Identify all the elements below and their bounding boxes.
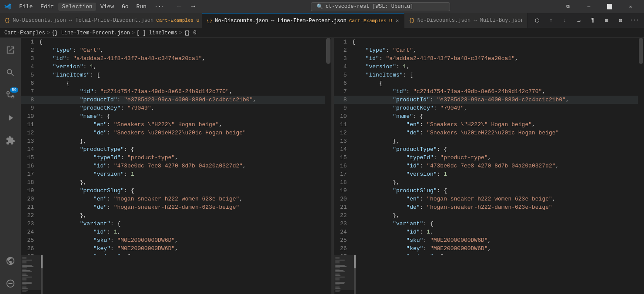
right-scrollbar-thumb[interactable] <box>639 38 643 64</box>
menu-go[interactable]: Go <box>118 3 132 11</box>
code-line-15[interactable]: 15 "typeId": "product-type", <box>334 154 644 162</box>
code-line-15[interactable]: 15 "typeId": "product-type", <box>21 154 331 162</box>
code-line-22[interactable]: 22 }, <box>21 211 331 220</box>
line-content-10[interactable]: "name": { <box>352 112 644 120</box>
code-line-14[interactable]: 14 "productType": { <box>334 145 644 154</box>
line-content-17[interactable]: "version": 1 <box>352 170 644 178</box>
left-scrollbar-thumb[interactable] <box>326 38 330 64</box>
code-line-14[interactable]: 14 "productType": { <box>21 145 331 154</box>
code-line-16[interactable]: 16 "id": "473be0dc-7ee8-4270-8d7b-04a20a… <box>334 162 644 170</box>
code-line-13[interactable]: 13 }, <box>21 137 331 145</box>
line-content-15[interactable]: "typeId": "product-type", <box>39 154 331 162</box>
editor-para-btn[interactable]: ¶ <box>587 14 599 27</box>
code-line-6[interactable]: 6 { <box>334 79 644 87</box>
editor-down-btn[interactable]: ↓ <box>559 14 571 27</box>
breadcrumb-cart-examples[interactable]: Cart-Examples <box>4 30 45 36</box>
line-content-20[interactable]: "en": "hogan-sneaker-h222-women-623e-bei… <box>352 195 644 203</box>
line-content-14[interactable]: "productType": { <box>352 145 644 154</box>
line-content-8[interactable]: "productId": "e3785d23-99ca-4000-880d-c2… <box>352 96 644 104</box>
code-line-9[interactable]: 9 "productKey": "79049", <box>21 104 331 112</box>
code-line-16[interactable]: 16 "id": "473be0dc-7ee8-4270-8d7b-04a20a… <box>21 162 331 170</box>
menu-run[interactable]: Run <box>133 3 150 11</box>
code-line-5[interactable]: 5 "lineItems": [ <box>21 71 331 79</box>
code-line-9[interactable]: 9 "productKey": "79049", <box>334 104 644 112</box>
menu-view[interactable]: View <box>97 3 117 11</box>
line-content-23[interactable]: "variant": { <box>352 220 644 228</box>
code-line-26[interactable]: 26 "key": "M0E20000000DW6D", <box>21 244 331 253</box>
code-line-19[interactable]: 19 "productSlug": { <box>334 187 644 195</box>
code-line-12[interactable]: 12 "de": "Sneakers \u201eH222\u201c Hoga… <box>21 129 331 137</box>
line-content-26[interactable]: "key": "M0E20000000DW6D", <box>352 244 644 253</box>
line-content-5[interactable]: "lineItems": [ <box>39 71 331 79</box>
code-line-4[interactable]: 4 "version": 1, <box>21 63 331 71</box>
maximize-button[interactable]: ⬜ <box>600 0 620 13</box>
code-line-24[interactable]: 24 "id": 1, <box>21 228 331 236</box>
title-search-box[interactable]: 🔍 ct-vscode-rest [WSL: Ubuntu] <box>311 2 450 11</box>
line-content-18[interactable]: }, <box>352 178 644 187</box>
menu-edit[interactable]: Edit <box>37 3 57 11</box>
menu-selection[interactable]: Selection <box>58 3 96 11</box>
code-line-3[interactable]: 3 "id": "a4addaa2-41f8-43f7-ba48-c3474ea… <box>21 54 331 63</box>
line-content-13[interactable]: }, <box>352 137 644 145</box>
line-content-11[interactable]: "en": "Sneakers \"H222\" Hogan beige", <box>39 120 331 129</box>
line-content-7[interactable]: "id": "c271d754-71aa-49db-8e66-24b9d142c… <box>39 87 331 96</box>
line-content-19[interactable]: "productSlug": { <box>39 187 331 195</box>
left-code-editor[interactable]: 1{2 "type": "Cart",3 "id": "a4addaa2-41f… <box>21 38 331 255</box>
code-line-25[interactable]: 25 "sku": "M0E20000000DW6D", <box>21 236 331 244</box>
line-content-7[interactable]: "id": "c271d754-71aa-49db-8e66-24b9d142c… <box>352 87 644 96</box>
tab-no-discounts-multi-buy[interactable]: {} No-Discounts.json ↔ Multi-Buy.jsor <box>404 13 527 28</box>
code-line-19[interactable]: 19 "productSlug": { <box>21 187 331 195</box>
code-line-18[interactable]: 18 }, <box>334 178 644 187</box>
line-content-25[interactable]: "sku": "M0E20000000DW6D", <box>352 236 644 244</box>
code-line-5[interactable]: 5 "lineItems": [ <box>334 71 644 79</box>
close-button[interactable]: ✕ <box>621 0 641 13</box>
line-content-25[interactable]: "sku": "M0E20000000DW6D", <box>39 236 331 244</box>
code-line-13[interactable]: 13 }, <box>334 137 644 145</box>
menu-more[interactable]: ··· <box>151 3 168 11</box>
left-minimap-scrollbar[interactable] <box>41 255 43 294</box>
line-content-23[interactable]: "variant": { <box>39 220 331 228</box>
nav-back-button[interactable]: ← <box>173 0 185 13</box>
right-minimap-thumb[interactable] <box>354 255 356 268</box>
code-line-21[interactable]: 21 "de": "hogan-sneaker-h222-damen-623e-… <box>334 203 644 211</box>
line-content-20[interactable]: "en": "hogan-sneaker-h222-women-623e-bei… <box>39 195 331 203</box>
menu-file[interactable]: File <box>16 3 36 11</box>
code-line-2[interactable]: 2 "type": "Cart", <box>334 46 644 54</box>
line-content-16[interactable]: "id": "473be0dc-7ee8-4270-8d7b-04a20a032… <box>352 162 644 170</box>
sidebar-item-settings[interactable] <box>0 273 21 294</box>
editor-wrap-btn[interactable]: ↵ <box>573 14 585 27</box>
line-content-9[interactable]: "productKey": "79049", <box>39 104 331 112</box>
editor-unsplit-btn[interactable]: ⊟ <box>614 14 627 27</box>
line-content-27[interactable]: "prices": [ <box>352 253 644 255</box>
breadcrumb-line-items[interactable]: [ ] lineItems <box>137 30 177 36</box>
code-line-10[interactable]: 10 "name": { <box>21 112 331 120</box>
sidebar-item-explorer[interactable] <box>0 40 21 60</box>
line-content-3[interactable]: "id": "a4addaa2-41f8-43f7-ba48-c3474ea20… <box>352 54 644 63</box>
code-line-17[interactable]: 17 "version": 1 <box>334 170 644 178</box>
sidebar-item-source-control[interactable]: 59 <box>0 85 21 106</box>
line-content-10[interactable]: "name": { <box>39 112 331 120</box>
code-line-11[interactable]: 11 "en": "Sneakers \"H222\" Hogan beige"… <box>334 120 644 129</box>
code-line-7[interactable]: 7 "id": "c271d754-71aa-49db-8e66-24b9d14… <box>21 87 331 96</box>
code-line-23[interactable]: 23 "variant": { <box>334 220 644 228</box>
nav-forward-button[interactable]: → <box>187 0 199 13</box>
line-content-3[interactable]: "id": "a4addaa2-41f8-43f7-ba48-c3474ea20… <box>39 54 331 63</box>
line-content-16[interactable]: "id": "473be0dc-7ee8-4270-8d7b-04a20a032… <box>39 162 331 170</box>
left-scrollbar[interactable] <box>325 38 331 255</box>
line-content-21[interactable]: "de": "hogan-sneaker-h222-damen-623e-bei… <box>39 203 331 211</box>
line-content-6[interactable]: { <box>39 79 331 87</box>
sidebar-item-remote[interactable] <box>0 251 21 271</box>
code-line-27[interactable]: 27 "prices": [ <box>21 253 331 255</box>
line-content-12[interactable]: "de": "Sneakers \u201eH222\u201c Hogan b… <box>39 129 331 137</box>
code-line-27[interactable]: 27 "prices": [ <box>334 253 644 255</box>
editor-up-btn[interactable]: ↑ <box>545 14 557 27</box>
editor-layout-btn[interactable]: ⬡ <box>531 14 543 27</box>
line-content-14[interactable]: "productType": { <box>39 145 331 154</box>
code-line-20[interactable]: 20 "en": "hogan-sneaker-h222-women-623e-… <box>334 195 644 203</box>
code-line-11[interactable]: 11 "en": "Sneakers \"H222\" Hogan beige"… <box>21 120 331 129</box>
code-line-7[interactable]: 7 "id": "c271d754-71aa-49db-8e66-24b9d14… <box>334 87 644 96</box>
sidebar-item-search[interactable] <box>0 62 21 83</box>
line-content-15[interactable]: "typeId": "product-type", <box>352 154 644 162</box>
line-content-21[interactable]: "de": "hogan-sneaker-h222-damen-623e-bei… <box>352 203 644 211</box>
tab-close-2[interactable]: ✕ <box>395 17 400 24</box>
